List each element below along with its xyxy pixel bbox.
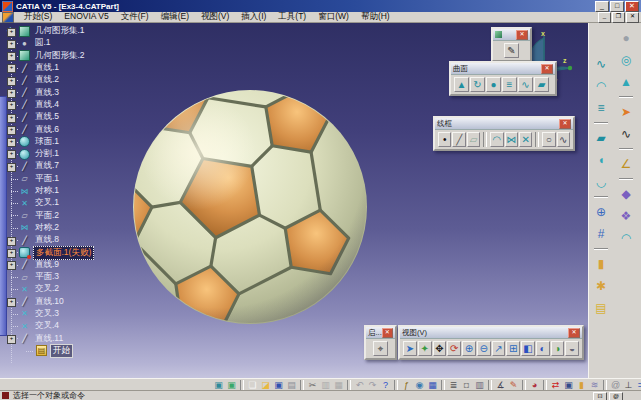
menu-item-6[interactable]: 工具(T) [272, 11, 312, 21]
new-file-icon[interactable]: ❏ [246, 379, 259, 390]
plane-icon[interactable]: ▱ [467, 132, 480, 147]
render-style-icon[interactable]: ◐ [536, 341, 550, 356]
tree-node-开始[interactable]: ▤开始 [2, 345, 152, 357]
tree-node-分割.1[interactable]: +分割.1 [2, 148, 152, 160]
expand-icon[interactable]: + [7, 126, 16, 135]
rotate-icon[interactable]: ⟳ [447, 341, 461, 356]
save-icon[interactable]: ▣ [272, 379, 285, 390]
select-tool-icon[interactable]: ➤ [617, 103, 635, 121]
close-icon[interactable]: ✕ [516, 30, 528, 40]
sweep2-icon[interactable]: ◠ [617, 229, 635, 247]
tree-node-label[interactable]: 直线.4 [33, 99, 61, 111]
toolbar-title[interactable]: 曲面 ✕ [451, 63, 555, 75]
fit-all-icon[interactable]: ✦ [418, 341, 432, 356]
expand-icon[interactable]: + [7, 77, 16, 86]
multi-section-icon[interactable]: ◠ [592, 77, 610, 95]
tree-node-几何图形集.2[interactable]: +几何图形集.2 [2, 50, 152, 62]
tree-node-label[interactable]: 平面.1 [33, 173, 61, 185]
tree-node-label[interactable]: 直线.10 [33, 296, 66, 308]
tree-node-几何图形集.1[interactable]: +✛几何图形集.1 [2, 25, 152, 37]
expand-icon[interactable]: + [7, 101, 16, 110]
combine-icon[interactable]: ⋈ [505, 132, 518, 147]
monitor-icon[interactable]: ▣ [562, 379, 575, 390]
tree-node-平面.3[interactable]: ▱平面.3 [2, 271, 152, 283]
chart-icon[interactable]: ◕ [528, 379, 541, 390]
tree-node-label[interactable]: 直线.2 [33, 74, 61, 86]
close-button[interactable]: ✕ [625, 1, 639, 12]
tree-node-直线.4[interactable]: +╱直线.4 [2, 99, 152, 111]
workbench-icon[interactable] [2, 12, 14, 23]
tree-node-平面.2[interactable]: ▱平面.2 [2, 209, 152, 221]
tree-node-直线.8[interactable]: +╱直线.8 [2, 234, 152, 246]
tree-node-label[interactable]: 交叉.3 [33, 308, 61, 320]
tree-node-直线.1[interactable]: +╱直线.1 [2, 62, 152, 74]
tree-node-直线.11[interactable]: +╱直线.11 [2, 332, 152, 344]
tree-node-直线.5[interactable]: +╱直线.5 [2, 111, 152, 123]
menu-item-1[interactable]: ENOVIA V5 [58, 11, 114, 21]
work-grid-icon[interactable]: # [592, 225, 610, 243]
tree-node-直线.7[interactable]: +╱直线.7 [2, 160, 152, 172]
tree-node-label[interactable]: 直线.6 [33, 124, 61, 136]
fly-head-icon[interactable]: ⌖ [373, 341, 388, 356]
expand-icon[interactable]: + [7, 237, 16, 246]
tree-node-label[interactable]: 圆.1 [33, 37, 53, 49]
cone-tool-icon[interactable]: ▲ [617, 73, 635, 91]
preview-icon[interactable]: ◉ [413, 379, 426, 390]
tree-node-label[interactable]: 对称.1 [33, 185, 61, 197]
menu-item-3[interactable]: 编辑(E) [155, 11, 195, 21]
help-icon[interactable]: ? [379, 379, 392, 390]
tree-node-label[interactable]: 直线.11 [33, 333, 65, 345]
fill-icon[interactable]: ▰ [592, 129, 610, 147]
status-expand-button[interactable]: ⊡ [593, 392, 607, 400]
expand-icon[interactable]: + [7, 335, 16, 344]
point-icon[interactable]: • [438, 132, 451, 147]
boundary-icon[interactable]: ◡ [592, 173, 610, 191]
mdi-restore-button[interactable]: ❐ [612, 12, 625, 23]
offset-icon[interactable]: ≡ [592, 99, 610, 117]
intersection-icon[interactable]: ✕ [519, 132, 532, 147]
toolbar-title[interactable]: 启... ✕ [366, 327, 395, 339]
menu-item-4[interactable]: 视图(V) [195, 11, 235, 21]
extrude-icon[interactable]: ▲ [454, 77, 469, 92]
tree-node-label[interactable]: 开始 [50, 344, 73, 358]
maximize-button[interactable]: □ [610, 1, 624, 12]
expand-icon[interactable]: + [7, 249, 16, 258]
formula-fx-icon[interactable]: ƒ [400, 379, 413, 390]
tree-node-label[interactable]: 交叉.2 [33, 283, 61, 295]
sphere-tool-icon[interactable]: ● [617, 29, 635, 47]
pan-icon[interactable]: ✥ [433, 341, 447, 356]
expand-icon[interactable]: + [7, 261, 16, 270]
tree-node-label[interactable]: 直线.5 [33, 111, 61, 123]
sketcher-icon[interactable]: ✎ [504, 43, 519, 58]
tree-node-对称.1[interactable]: ⋈对称.1 [2, 185, 152, 197]
link-window-icon[interactable]: ▣ [212, 379, 225, 390]
status-options-button[interactable]: @ [609, 392, 623, 400]
sphere-icon[interactable]: ● [486, 77, 501, 92]
expand-icon[interactable]: + [7, 150, 16, 159]
copy-icon[interactable]: ▥ [319, 379, 332, 390]
tree-node-对称.2[interactable]: ⋈对称.2 [2, 222, 152, 234]
paint-icon[interactable]: ✎ [507, 379, 520, 390]
fill-icon[interactable]: ▰ [534, 77, 549, 92]
table-icon[interactable]: ▦ [426, 379, 439, 390]
soccer-ball-model[interactable] [118, 75, 382, 339]
close-icon[interactable]: ✕ [568, 328, 580, 338]
paint-ball-icon[interactable]: ✱ [592, 277, 610, 295]
lock-icon[interactable]: ◘ [460, 379, 473, 390]
tree-node-直线.2[interactable]: +╱直线.2 [2, 74, 152, 86]
toolbar-title[interactable]: 视图(V) ✕ [400, 327, 582, 339]
tree-node-label[interactable]: 球面.1 [33, 136, 61, 148]
paste-icon[interactable]: ▦ [332, 379, 345, 390]
tree-node-label[interactable]: 平面.2 [33, 210, 61, 222]
product-graph-icon[interactable]: ≣ [447, 379, 460, 390]
revolve-tool-icon[interactable]: ◎ [617, 51, 635, 69]
axis-icon[interactable]: ⊥ [622, 379, 635, 390]
menu-item-2[interactable]: 文件(F) [115, 11, 155, 21]
undo-icon[interactable]: ↶ [353, 379, 366, 390]
expand-icon[interactable]: + [7, 163, 16, 172]
expand-icon[interactable]: + [7, 298, 16, 307]
open-file-icon[interactable]: ◪ [259, 379, 272, 390]
swap-icon[interactable]: ⇄ [549, 379, 562, 390]
tree-node-直线.6[interactable]: +╱直线.6 [2, 123, 152, 135]
toolbar-title[interactable]: 线框 ✕ [435, 118, 573, 130]
